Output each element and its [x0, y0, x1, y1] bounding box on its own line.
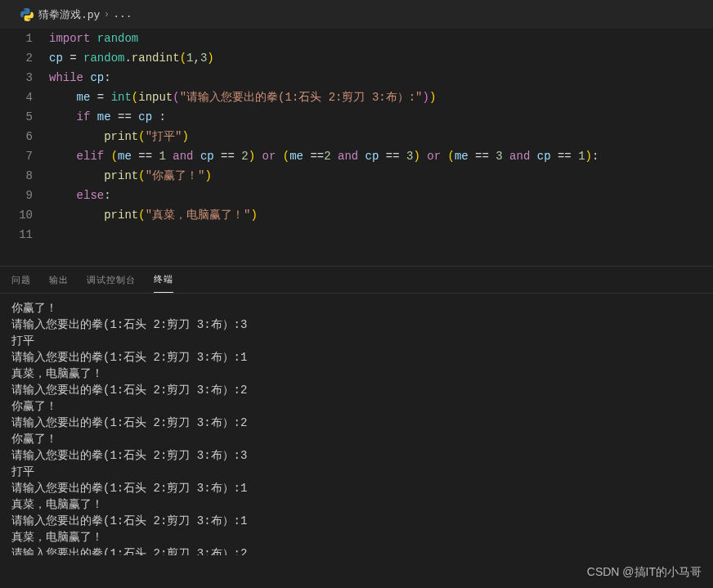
code-line-8[interactable]: print("你赢了！"): [49, 166, 713, 186]
terminal-line: 真菜，电脑赢了！: [11, 366, 702, 382]
tab-output[interactable]: 输出: [49, 267, 69, 293]
terminal-line: 请输入您要出的拳(1:石头 2:剪刀 3:布）:2: [11, 382, 702, 398]
code-line-2[interactable]: cp = random.randint(1,3): [49, 48, 713, 68]
terminal-line: 请输入您要出的拳(1:石头 2:剪刀 3:布）:3: [11, 316, 702, 333]
breadcrumb-file: 猜拳游戏.py: [38, 7, 100, 22]
code-editor[interactable]: 1 2 3 4 5 6 7 8 9 10 11 import random cp…: [0, 29, 713, 266]
python-icon: [20, 8, 34, 21]
terminal-line: 你赢了！: [11, 398, 702, 415]
line-number: 8: [0, 166, 33, 186]
code-line-11[interactable]: [49, 225, 713, 245]
terminal-line: 请输入您要出的拳(1:石头 2:剪刀 3:布）:2: [11, 545, 702, 555]
code-content[interactable]: import random cp = random.randint(1,3) w…: [49, 29, 713, 266]
terminal-line: 请输入您要出的拳(1:石头 2:剪刀 3:布）:1: [11, 513, 702, 529]
tab-terminal[interactable]: 终端: [154, 267, 173, 293]
breadcrumb[interactable]: 猜拳游戏.py › ...: [8, 4, 145, 25]
code-line-6[interactable]: print("打平"): [49, 127, 713, 146]
line-number: 6: [0, 127, 33, 146]
terminal-line: 真菜，电脑赢了！: [11, 529, 702, 545]
tab-debug-console[interactable]: 调试控制台: [87, 267, 136, 293]
code-line-10[interactable]: print("真菜，电脑赢了！"): [49, 205, 713, 225]
terminal-line: 请输入您要出的拳(1:石头 2:剪刀 3:布）:1: [11, 349, 702, 366]
line-number: 2: [0, 48, 33, 68]
code-line-3[interactable]: while cp:: [49, 68, 713, 88]
watermark: CSDN @搞IT的小马哥: [587, 565, 702, 580]
terminal-line: 你赢了！: [11, 431, 702, 447]
code-line-9[interactable]: else:: [49, 186, 713, 205]
tab-bar: 猜拳游戏.py › ...: [0, 0, 713, 29]
terminal-line: 请输入您要出的拳(1:石头 2:剪刀 3:布）:2: [11, 415, 702, 431]
code-line-4[interactable]: me = int(input("请输入您要出的拳(1:石头 2:剪刀 3:布）:…: [49, 88, 713, 107]
bottom-panel: 问题 输出 调试控制台 终端 你赢了！ 请输入您要出的拳(1:石头 2:剪刀 3…: [0, 267, 713, 561]
line-number: 9: [0, 186, 33, 205]
tab-problems[interactable]: 问题: [11, 267, 31, 293]
line-number: 5: [0, 107, 33, 127]
terminal-line: 请输入您要出的拳(1:石头 2:剪刀 3:布）:3: [11, 447, 702, 464]
breadcrumb-separator: ›: [103, 8, 110, 20]
terminal-line: 打平: [11, 464, 702, 480]
terminal-line: 打平: [11, 333, 702, 349]
line-number: 11: [0, 225, 33, 245]
code-line-5[interactable]: if me == cp :: [49, 107, 713, 127]
breadcrumb-ellipsis: ...: [113, 8, 132, 20]
line-number: 1: [0, 29, 33, 48]
terminal-line: 请输入您要出的拳(1:石头 2:剪刀 3:布）:1: [11, 480, 702, 496]
code-line-7[interactable]: elif (me == 1 and cp == 2) or (me ==2 an…: [49, 146, 713, 166]
line-gutter: 1 2 3 4 5 6 7 8 9 10 11: [0, 29, 49, 266]
terminal-line: 你赢了！: [11, 300, 702, 316]
panel-tabs: 问题 输出 调试控制台 终端: [0, 267, 713, 294]
terminal-line: 真菜，电脑赢了！: [11, 496, 702, 513]
line-number: 10: [0, 205, 33, 225]
line-number: 7: [0, 146, 33, 166]
code-line-1[interactable]: import random: [49, 29, 713, 48]
terminal-output[interactable]: 你赢了！ 请输入您要出的拳(1:石头 2:剪刀 3:布）:3 打平 请输入您要出…: [0, 294, 713, 555]
line-number: 3: [0, 68, 33, 88]
line-number: 4: [0, 88, 33, 107]
